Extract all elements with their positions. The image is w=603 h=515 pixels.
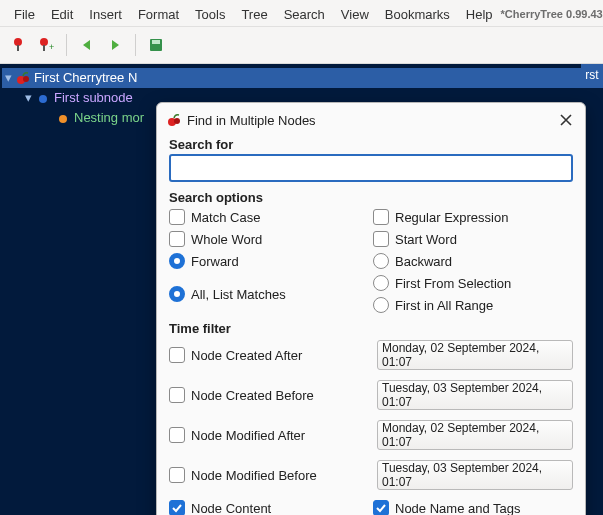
cherry-blue-icon [34,91,52,105]
opt-first-range[interactable]: First in All Range [373,297,573,313]
opt-first-selection[interactable]: First From Selection [373,275,573,291]
checkbox-icon[interactable] [373,500,389,515]
opt-whole-word[interactable]: Whole Word [169,231,369,247]
opt-label: Match Case [191,210,260,225]
cherry-orange-icon [54,111,72,125]
opt-label: Whole Word [191,232,262,247]
save-icon[interactable] [144,33,168,57]
cherry-icon [165,113,183,127]
opt-label: Node Name and Tags [395,501,521,516]
checkbox-icon[interactable] [373,209,389,225]
opt-forward[interactable]: Forward [169,253,369,269]
opt-label: First in All Range [395,298,493,313]
opt-backward[interactable]: Backward [373,253,573,269]
opt-node-content[interactable]: Node Content [169,500,369,515]
radio-icon[interactable] [373,275,389,291]
radio-icon[interactable] [169,253,185,269]
menu-help[interactable]: Help [458,5,501,24]
editor-peek: rst [581,64,603,86]
workarea: rst ▾ First Cherrytree N ▾ First subnode… [0,64,603,515]
opt-label: Node Modified Before [191,468,317,483]
toolbar: + [0,27,603,64]
tree-node-label: Nesting mor [72,108,144,128]
checkbox-icon[interactable] [169,500,185,515]
opt-node-name-tags[interactable]: Node Name and Tags [373,500,521,515]
svg-point-12 [174,118,180,124]
menu-view[interactable]: View [333,5,377,24]
menu-search[interactable]: Search [276,5,333,24]
opt-label: Start Word [395,232,457,247]
opt-modified-after[interactable]: Node Modified After [169,427,369,443]
opt-label: All, List Matches [191,287,286,302]
find-in-multiple-nodes-dialog: Find in Multiple Nodes Search for Search… [156,102,586,515]
tree-node-label: First Cherrytree N [32,68,137,88]
opt-start-word[interactable]: Start Word [373,231,573,247]
pin-red-add-icon[interactable]: + [34,33,58,57]
pin-red-icon[interactable] [6,33,30,57]
checkbox-icon[interactable] [169,209,185,225]
svg-point-8 [23,76,29,82]
opt-label: Node Created After [191,348,302,363]
date-created-before-button[interactable]: Tuesday, 03 September 2024, 01:07 [377,380,573,410]
nav-back-icon[interactable] [75,33,99,57]
date-modified-before-button[interactable]: Tuesday, 03 September 2024, 01:07 [377,460,573,490]
toolbar-separator [66,34,67,56]
radio-icon[interactable] [373,253,389,269]
search-options-label: Search options [169,190,573,205]
svg-point-2 [40,38,48,46]
menu-bookmarks[interactable]: Bookmarks [377,5,458,24]
expand-icon[interactable]: ▾ [22,88,34,108]
svg-text:+: + [49,42,54,52]
opt-created-before[interactable]: Node Created Before [169,387,369,403]
opt-label: Node Content [191,501,271,516]
opt-label: Node Created Before [191,388,314,403]
menu-file[interactable]: File [6,5,43,24]
bottom-options: Node Content Node Name and Tags Only Sel… [169,500,573,515]
checkbox-icon[interactable] [373,231,389,247]
opt-label: Backward [395,254,452,269]
cherry-red-icon [14,71,32,85]
svg-point-0 [14,38,22,46]
search-options-grid: Match Case Regular Expression Whole Word… [169,209,573,313]
radio-icon[interactable] [373,297,389,313]
menu-tools[interactable]: Tools [187,5,233,24]
tree-row-root[interactable]: ▾ First Cherrytree N [2,68,603,88]
opt-modified-before[interactable]: Node Modified Before [169,467,369,483]
menu-format[interactable]: Format [130,5,187,24]
checkbox-icon[interactable] [169,231,185,247]
window-title: *CherryTree 0.99.43 [501,8,603,20]
opt-regex[interactable]: Regular Expression [373,209,573,225]
search-for-label: Search for [169,137,573,152]
opt-label: Node Modified After [191,428,305,443]
search-input[interactable] [169,154,573,182]
svg-rect-3 [43,45,45,51]
dialog-titlebar[interactable]: Find in Multiple Nodes [165,109,577,131]
dialog-title: Find in Multiple Nodes [183,113,316,128]
svg-point-9 [39,95,47,103]
svg-rect-1 [17,45,19,51]
checkbox-icon[interactable] [169,387,185,403]
menu-tree[interactable]: Tree [233,5,275,24]
menu-insert[interactable]: Insert [81,5,130,24]
time-filter-label: Time filter [169,321,573,336]
tree-node-label: First subnode [52,88,133,108]
nav-forward-icon[interactable] [103,33,127,57]
close-icon[interactable] [555,109,577,131]
toolbar-separator [135,34,136,56]
svg-rect-6 [152,40,160,44]
checkbox-icon[interactable] [169,347,185,363]
opt-label: Regular Expression [395,210,508,225]
opt-created-after[interactable]: Node Created After [169,347,369,363]
opt-all-list[interactable]: All, List Matches [169,286,369,302]
opt-label: First From Selection [395,276,511,291]
opt-match-case[interactable]: Match Case [169,209,369,225]
date-modified-after-button[interactable]: Monday, 02 September 2024, 01:07 [377,420,573,450]
menu-edit[interactable]: Edit [43,5,81,24]
checkbox-icon[interactable] [169,467,185,483]
time-filter-grid: Node Created After Monday, 02 September … [169,340,573,490]
date-created-after-button[interactable]: Monday, 02 September 2024, 01:07 [377,340,573,370]
checkbox-icon[interactable] [169,427,185,443]
expand-icon[interactable]: ▾ [2,68,14,88]
radio-icon[interactable] [169,286,185,302]
svg-point-10 [59,115,67,123]
